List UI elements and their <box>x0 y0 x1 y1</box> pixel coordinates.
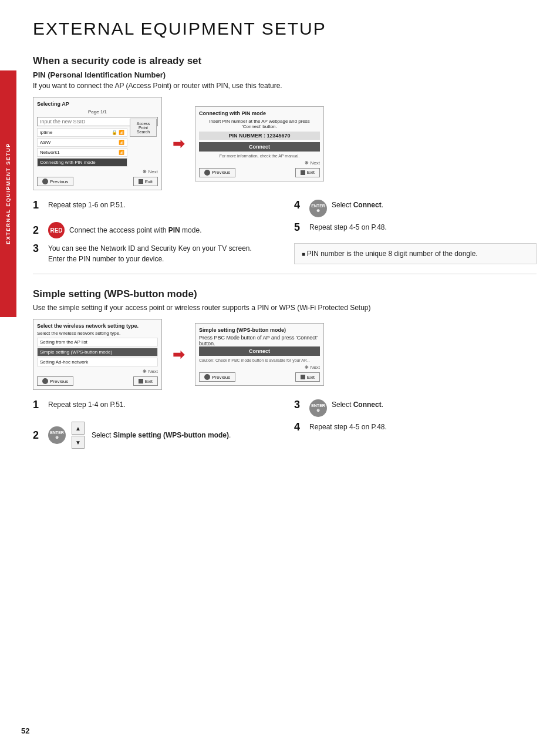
wps-step-3-text: Select Connect. <box>332 399 383 410</box>
step-2-text: Connect the acccess point with PIN mode. <box>69 225 201 235</box>
wps-intro-text: Use the simple setting if your access po… <box>33 304 537 312</box>
pin-step-1: 1 Repeat step 1-6 on P.51. <box>33 200 275 217</box>
wps-exit-icon <box>139 379 143 383</box>
step-num-2: 2 <box>33 225 43 235</box>
wps-left-exit-label: Exit <box>145 379 153 384</box>
wps-up-btn[interactable]: ▲ <box>72 422 85 435</box>
wps-down-btn[interactable]: ▼ <box>72 436 85 449</box>
exit-icon-square <box>139 179 143 184</box>
wps-left-next: ❋ Next <box>37 369 158 374</box>
wps-section-heading: Simple setting (WPS-button mode) <box>33 288 537 300</box>
wps-step-4-text: Repeat step 4-5 on P.48. <box>309 422 387 432</box>
wps-caution: Caution: Check if PBC mode button is ava… <box>199 358 320 362</box>
pin-connect-btn[interactable]: Connect <box>199 142 320 152</box>
wps-step-1: 1 Repeat step 1-4 on P.51. <box>33 399 275 417</box>
step-num-3: 3 <box>33 243 43 254</box>
wps-right-exit-label: Exit <box>307 375 315 380</box>
right-prev-icon <box>204 170 210 176</box>
pin-intro-text: If you want to connect the AP (Access Po… <box>33 82 537 90</box>
wps-instruction: Press PBC Mode button of AP and press 'C… <box>199 335 320 346</box>
right-exit-btn[interactable]: Exit <box>295 168 320 177</box>
wps-step-3: 3 ENTER⊕ Select Connect. <box>294 399 537 417</box>
pin-instruction: Insert PIN number at the AP webpage and … <box>199 119 320 129</box>
right-next-label: ❋ Next <box>199 160 320 166</box>
wps-left-box: Select the wireless network setting type… <box>33 319 162 390</box>
wps-prev-icon <box>42 378 48 384</box>
section-divider-1 <box>33 274 537 274</box>
wps-left-prev-label: Previous <box>50 379 68 384</box>
wps-left-exit-btn[interactable]: Exit <box>133 376 158 386</box>
step-num-4: 4 <box>294 200 305 210</box>
left-prev-label: Previous <box>50 179 68 184</box>
selecting-ap-title: Selecting AP <box>37 101 158 107</box>
wps-step-num-3: 3 <box>294 399 305 410</box>
left-prev-btn[interactable]: Previous <box>37 177 73 186</box>
wps-right-box: Simple setting (WPS-button mode) Press P… <box>195 323 324 386</box>
step-num-1: 1 <box>33 200 43 210</box>
pin-diagram-row: Selecting AP Page 1/1 iptime 🔒 📶 ASW 📶 N… <box>33 97 537 190</box>
wps-right-title: Simple setting (WPS-button mode) <box>199 327 320 333</box>
pin-step-5: 5 Repeat step 4-5 on P.48. <box>294 222 537 238</box>
wps-step-2-text: Select Simple setting (WPS-button mode). <box>92 430 231 440</box>
left-exit-btn[interactable]: Exit <box>133 177 158 186</box>
right-exit-icon <box>301 170 305 175</box>
page-number: 52 <box>21 726 29 735</box>
pin-mode-box: Connecting with PIN mode Insert PIN numb… <box>195 106 324 181</box>
enter-badge-4: ENTER⊕ <box>309 200 327 217</box>
pin-ap-note: For more information, check the AP manua… <box>199 154 320 158</box>
wps-step-2: 2 ENTER⊕ ▲ ▼ Select Simple setting (WPS-… <box>33 422 275 449</box>
pin-step-3: 3 You can see the Network ID and Securit… <box>33 243 275 264</box>
wps-left-prev-btn[interactable]: Previous <box>37 376 73 386</box>
left-next-label: ❋ Next <box>37 169 158 174</box>
step-3-text: You can see the Network ID and Security … <box>48 243 252 264</box>
wps-arrow: ➡ <box>173 346 184 363</box>
network-network1: Network1 📶 <box>37 148 127 157</box>
wps-right-prev-label: Previous <box>212 375 230 380</box>
pin-sub-heading: PIN (Personal Identification Number) <box>33 70 537 79</box>
wps-diagram-row: Select the wireless network setting type… <box>33 319 537 390</box>
wps-option-simple: Simple setting (WPS-button mode) <box>37 348 158 356</box>
left-exit-label: Exit <box>145 179 153 184</box>
wps-right-exit-icon <box>301 375 305 379</box>
wps-left-sub: Select the wireless network setting type… <box>37 331 158 336</box>
wps-step-num-2: 2 <box>33 430 43 440</box>
right-exit-label: Exit <box>307 170 315 175</box>
pin-section-heading: When a security code is already set <box>33 55 537 67</box>
page-title: EXTERNAL EQUIPMENT SETUP <box>33 19 537 39</box>
wps-connect-btn[interactable]: Connect <box>199 346 320 356</box>
pin-note-box: PIN number is the unique 8 digit number … <box>294 243 537 264</box>
network-pin-mode: Connecting with PIN mode <box>37 158 127 167</box>
right-nav-buttons: Previous Exit <box>199 168 320 177</box>
prev-icon-circle <box>42 179 48 184</box>
wps-right-exit-btn[interactable]: Exit <box>295 372 320 382</box>
wps-left-title: Select the wireless network setting type… <box>37 323 158 329</box>
wps-right-prev-btn[interactable]: Previous <box>199 372 235 382</box>
left-nav-buttons: Previous Exit <box>37 177 158 186</box>
wps-right-nav: Previous Exit <box>199 372 320 382</box>
red-badge-2: RED <box>48 222 65 238</box>
right-prev-btn[interactable]: Previous <box>199 168 235 177</box>
network-asw: ASW 📶 <box>37 138 127 147</box>
wps-enter-badge-2: ENTER⊕ <box>48 426 66 444</box>
wps-step-num-4: 4 <box>294 422 305 432</box>
wps-right-prev-icon <box>204 374 210 380</box>
pin-step-4: 4 ENTER⊕ Select Connect. <box>294 200 537 217</box>
selecting-ap-box: Selecting AP Page 1/1 iptime 🔒 📶 ASW 📶 N… <box>33 97 162 190</box>
wps-step-4: 4 Repeat step 4-5 on P.48. <box>294 422 537 449</box>
wps-left-nav: Previous Exit <box>37 376 158 386</box>
pin-step-2: 2 RED Connect the acccess point with PIN… <box>33 222 275 238</box>
wps-right-next: ❋ Next <box>199 365 320 370</box>
pin-mode-title: Connecting with PIN mode <box>199 110 320 116</box>
network-iptime: iptime 🔒 📶 <box>37 128 127 137</box>
right-prev-label: Previous <box>212 170 230 175</box>
wps-step-num-1: 1 <box>33 399 43 410</box>
step-1-text: Repeat step 1-6 on P.51. <box>48 200 126 210</box>
pin-arrow: ➡ <box>173 136 184 152</box>
ap-search-button[interactable]: Access Point Search <box>130 119 157 137</box>
pin-number-bar: PIN NUBMER : 12345670 <box>199 132 320 140</box>
wps-option-adhoc: Setting Ad-hoc network <box>37 358 158 366</box>
step-4-text: Select Connect. <box>332 200 383 210</box>
side-tab: EXTERNAL EQUIPMENT SETUP <box>0 70 16 317</box>
step-num-5: 5 <box>294 222 305 233</box>
wps-option-ap-list: Setting from the AP list <box>37 338 158 346</box>
